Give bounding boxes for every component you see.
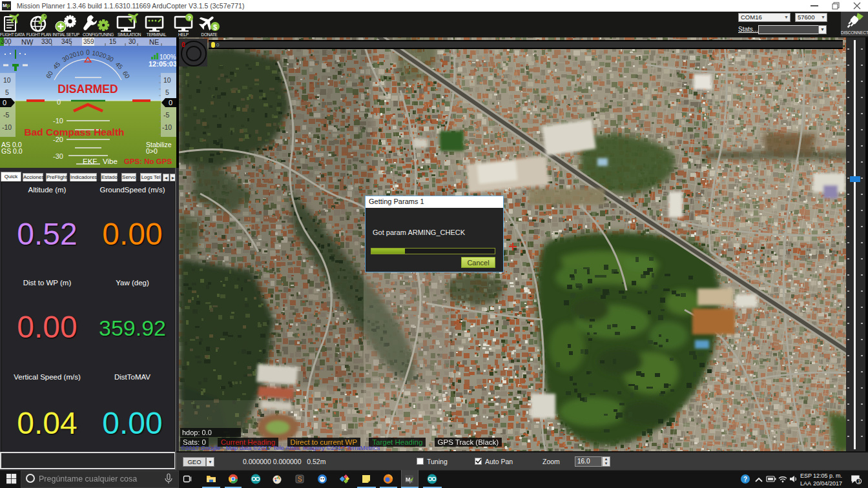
svg-text:-10: -10 bbox=[2, 123, 12, 131]
svg-text:10: 10 bbox=[163, 76, 171, 84]
svg-text:NW: NW bbox=[21, 38, 34, 46]
svg-text:1: 1 bbox=[858, 478, 860, 484]
svg-text:-10: -10 bbox=[162, 123, 172, 131]
svg-text:-5: -5 bbox=[3, 111, 9, 119]
svg-text:10: 10 bbox=[3, 76, 11, 84]
svg-text:12:05:03: 12:05:03 bbox=[149, 60, 176, 68]
svg-text:GS 0.0: GS 0.0 bbox=[1, 147, 23, 155]
svg-text:DISARMED: DISARMED bbox=[57, 83, 118, 96]
svg-text:5: 5 bbox=[165, 88, 169, 96]
svg-text:0: 0 bbox=[169, 99, 172, 107]
svg-text:15: 15 bbox=[109, 38, 117, 45]
svg-text:30: 30 bbox=[129, 38, 136, 45]
svg-text:S: S bbox=[298, 476, 302, 483]
svg-text:EKF: EKF bbox=[83, 158, 97, 165]
svg-text:GPS: No GPS: GPS: No GPS bbox=[124, 158, 172, 165]
svg-text:0: 0 bbox=[3, 99, 6, 107]
svg-text:300: 300 bbox=[1, 38, 12, 45]
svg-text:0: 0 bbox=[57, 98, 61, 106]
svg-text:$: $ bbox=[213, 23, 217, 31]
svg-text:-30: -30 bbox=[53, 152, 63, 160]
svg-text:Bad Compass Health: Bad Compass Health bbox=[24, 127, 124, 137]
svg-text:330: 330 bbox=[41, 38, 52, 45]
svg-text:?: ? bbox=[188, 15, 192, 21]
svg-text:0>0: 0>0 bbox=[146, 147, 158, 155]
svg-text:-10: -10 bbox=[53, 117, 63, 125]
svg-text:NE: NE bbox=[149, 38, 159, 46]
svg-text:359: 359 bbox=[83, 38, 94, 45]
svg-text:5: 5 bbox=[5, 88, 9, 96]
svg-text:-5: -5 bbox=[163, 111, 169, 119]
svg-text:?: ? bbox=[743, 476, 747, 483]
svg-text:0: 0 bbox=[181, 41, 185, 48]
svg-text:Vibe: Vibe bbox=[103, 158, 118, 165]
svg-text:0: 0 bbox=[86, 49, 90, 56]
